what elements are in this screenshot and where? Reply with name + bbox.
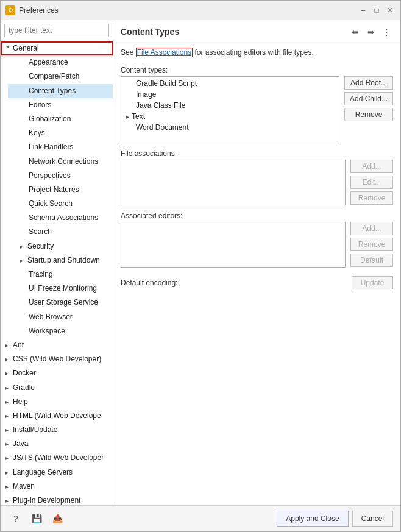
sidebar-item-appearance[interactable]: Appearance xyxy=(8,55,113,69)
sidebar-item-language-servers[interactable]: ▸ Language Servers xyxy=(1,466,113,480)
expand-icon: ▸ xyxy=(126,113,129,120)
main-content: ▾GeneralAppearanceCompare/PatchContent T… xyxy=(1,20,400,505)
sidebar-item-ant[interactable]: ▸ Ant xyxy=(1,338,113,352)
help-button[interactable]: ? xyxy=(8,511,24,527)
sidebar-item-content-types[interactable]: Content Types xyxy=(8,84,113,98)
file-btn-add---[interactable]: Add... xyxy=(350,160,393,173)
sidebar-item-compare-patch[interactable]: Compare/Patch xyxy=(8,69,113,83)
panel-title: Content Types xyxy=(121,27,179,37)
sidebar-item-label: Tracing xyxy=(29,270,53,278)
import-prefs-button[interactable]: 📤 xyxy=(49,511,65,527)
file-associations-link[interactable]: File Associations xyxy=(137,48,191,57)
content-btn-add-root---[interactable]: Add Root... xyxy=(344,76,393,90)
content-btn-add-child---[interactable]: Add Child... xyxy=(344,92,393,105)
sidebar-item-maven[interactable]: ▸ Maven xyxy=(1,480,113,494)
content-types-row: Gradle Build ScriptImageJava Class File▸… xyxy=(121,76,393,143)
file-btn-remove[interactable]: Remove xyxy=(350,191,393,205)
sidebar-item-link-handlers[interactable]: Link Handlers xyxy=(8,140,113,154)
sidebar-item-user-storage[interactable]: User Storage Service xyxy=(8,296,113,310)
right-panel: Content Types ⬅ ➡ ⋮ See File Association… xyxy=(113,20,400,505)
sidebar-item-gradle[interactable]: ▸ Gradle xyxy=(1,381,113,395)
list-item[interactable]: Java Class File xyxy=(121,100,339,111)
associated-editors-listbox[interactable] xyxy=(121,222,346,268)
sidebar-item-startup-shutdown[interactable]: ▸ Startup and Shutdown xyxy=(8,254,113,268)
sidebar-item-label: Gradle xyxy=(13,383,35,392)
sidebar-item-help[interactable]: ▸ Help xyxy=(1,395,113,409)
sidebar-item-js-ts[interactable]: ▸ JS/TS (Wild Web Developer xyxy=(1,451,113,465)
sidebar-item-css[interactable]: ▸ CSS (Wild Web Developer) xyxy=(1,352,113,366)
panel-toolbar: ⬅ ➡ ⋮ xyxy=(348,25,393,38)
back-button[interactable]: ⬅ xyxy=(348,25,361,38)
sidebar-item-editors[interactable]: Editors xyxy=(8,98,113,112)
sidebar-item-globalization[interactable]: Globalization xyxy=(8,112,113,126)
content-types-listbox[interactable]: Gradle Build ScriptImageJava Class File▸… xyxy=(121,76,339,143)
sidebar-item-perspectives[interactable]: Perspectives xyxy=(8,169,113,183)
sidebar-item-schema-associations[interactable]: Schema Associations xyxy=(8,211,113,225)
sidebar-item-label: Perspectives xyxy=(29,171,71,180)
sidebar-item-general[interactable]: ▾General xyxy=(1,41,113,55)
sidebar-children-general: AppearanceCompare/PatchContent TypesEdit… xyxy=(1,55,113,338)
sidebar-item-label: Keys xyxy=(29,129,45,137)
sidebar-item-tracing[interactable]: Tracing xyxy=(8,268,113,282)
sidebar-item-docker[interactable]: ▸ Docker xyxy=(1,366,113,380)
sidebar-item-html[interactable]: ▸ HTML (Wild Web Develope xyxy=(1,409,113,423)
editor-btn-remove[interactable]: Remove xyxy=(350,238,393,251)
sidebar-item-label: Docker xyxy=(13,369,36,377)
chevron-icon: ▸ xyxy=(5,425,13,435)
sidebar-item-label: CSS (Wild Web Developer) xyxy=(13,355,101,363)
content-btn-remove[interactable]: Remove xyxy=(344,108,393,121)
apply-close-button[interactable]: Apply and Close xyxy=(277,511,348,527)
list-item[interactable]: Word Document xyxy=(121,122,339,133)
sidebar-item-web-browser[interactable]: Web Browser xyxy=(8,310,113,324)
sidebar-item-label: Startup and Shutdown xyxy=(27,256,100,264)
sidebar-item-security[interactable]: ▸ Security xyxy=(8,239,113,254)
more-button[interactable]: ⋮ xyxy=(380,25,393,38)
chevron-icon: ▸ xyxy=(5,383,13,393)
sidebar-item-project-natures[interactable]: Project Natures xyxy=(8,183,113,197)
chevron-icon: ▸ xyxy=(5,355,13,364)
file-associations-list-area xyxy=(121,160,346,205)
list-item[interactable]: ▸Text xyxy=(121,111,339,122)
forward-button[interactable]: ➡ xyxy=(364,25,377,38)
sidebar-item-ui-freeze[interactable]: UI Freeze Monitoring xyxy=(8,282,113,296)
sidebar-item-label: Compare/Patch xyxy=(29,72,79,80)
cancel-button[interactable]: Cancel xyxy=(352,511,393,527)
panel-body: See File Associations for associating ed… xyxy=(113,41,400,505)
sidebar-item-search[interactable]: Search xyxy=(8,225,113,239)
associated-editors-buttons: Add...RemoveDefault xyxy=(350,222,393,267)
close-button[interactable]: ✕ xyxy=(385,5,396,16)
list-item-label: Word Document xyxy=(136,123,188,132)
file-associations-row: Add...Edit...Remove xyxy=(121,160,393,205)
sidebar-item-install-update[interactable]: ▸ Install/Update xyxy=(1,423,113,437)
panel-header: Content Types ⬅ ➡ ⋮ xyxy=(113,20,400,41)
sidebar-item-plugin-dev[interactable]: ▸ Plug-in Development xyxy=(1,494,113,505)
sidebar-item-java[interactable]: ▸ Java xyxy=(1,437,113,451)
file-btn-edit---[interactable]: Edit... xyxy=(350,176,393,189)
editor-btn-default[interactable]: Default xyxy=(350,254,393,267)
chevron-icon: ▸ xyxy=(20,242,27,252)
filter-input[interactable] xyxy=(4,24,109,37)
sidebar-item-label: Globalization xyxy=(29,115,71,123)
sidebar-item-label: JS/TS (Wild Web Developer xyxy=(13,453,104,462)
sidebar-item-label: Security xyxy=(27,242,54,250)
list-item-label: Java Class File xyxy=(136,101,185,110)
associated-editors-row: Add...RemoveDefault xyxy=(121,222,393,268)
maximize-button[interactable]: □ xyxy=(371,5,382,16)
list-item[interactable]: Gradle Build Script xyxy=(121,78,339,89)
sidebar-item-network-connections[interactable]: Network Connections xyxy=(8,155,113,169)
sidebar-item-workspace[interactable]: Workspace xyxy=(8,324,113,338)
sidebar-item-keys[interactable]: Keys xyxy=(8,126,113,140)
bottom-bar: ? 💾 📤 Apply and Close Cancel xyxy=(1,505,400,531)
list-item[interactable]: Image xyxy=(121,89,339,100)
editor-btn-add---[interactable]: Add... xyxy=(350,222,393,235)
export-prefs-button[interactable]: 💾 xyxy=(29,511,44,527)
sidebar-item-label: User Storage Service xyxy=(29,298,98,307)
update-button[interactable]: Update xyxy=(352,276,393,289)
sidebar-item-label: Help xyxy=(13,397,28,406)
chevron-icon: ▸ xyxy=(5,411,13,421)
minimize-button[interactable]: – xyxy=(358,5,369,16)
file-associations-listbox[interactable] xyxy=(121,160,346,205)
sidebar-item-quick-search[interactable]: Quick Search xyxy=(8,197,113,211)
bottom-left: ? 💾 📤 xyxy=(8,511,65,527)
chevron-icon: ▸ xyxy=(5,453,13,463)
